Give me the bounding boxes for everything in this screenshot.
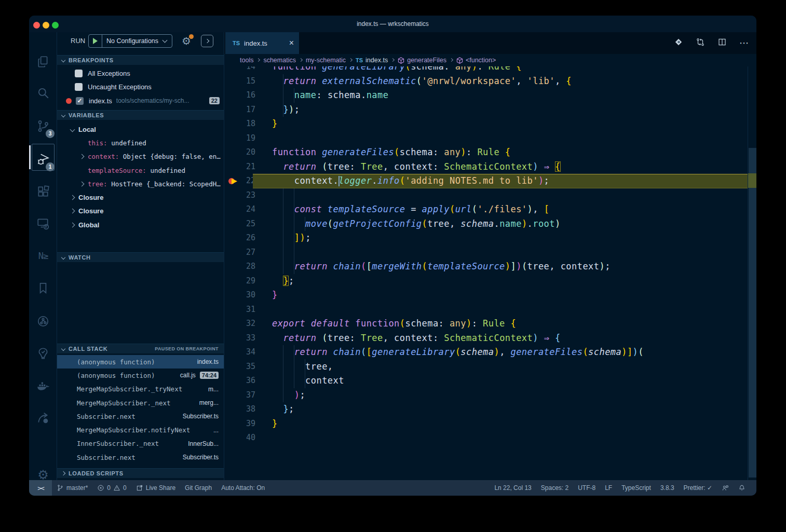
breadcrumb-item[interactable]: <function> <box>456 57 496 64</box>
status-git-graph[interactable]: Git Graph <box>180 480 216 496</box>
variable-row[interactable]: Closure <box>57 204 224 218</box>
breadcrumb-separator-icon <box>450 58 453 61</box>
compare-commits-icon[interactable] <box>696 37 705 49</box>
search-icon[interactable] <box>29 79 57 107</box>
split-editor-icon[interactable] <box>717 37 727 49</box>
breadcrumb-item[interactable]: schematics <box>263 57 296 64</box>
code-text: context.logger.info('adding NOTES.md to … <box>272 174 549 188</box>
breakpoint-checkbox[interactable] <box>75 83 83 91</box>
share-icon[interactable] <box>29 404 57 432</box>
breadcrumb-item[interactable]: generateFiles <box>398 57 446 64</box>
call-stack-row[interactable]: (anonymous function)index.ts <box>57 355 224 369</box>
start-debug-icon[interactable] <box>93 38 98 44</box>
status-auto-attach[interactable]: Auto Attach: On <box>216 480 269 496</box>
variable-row[interactable]: Global <box>57 218 224 231</box>
breakpoints-list: All ExceptionsUncaught Exceptions✓index.… <box>57 66 224 108</box>
chevron-right-icon[interactable] <box>79 154 85 159</box>
code-line: 23 <box>224 188 748 203</box>
breakpoints-section-header[interactable]: BREAKPOINTS <box>57 55 224 65</box>
variable-row[interactable]: context: Object {debug: false, en… <box>57 150 224 163</box>
status-indentation[interactable]: Spaces: 2 <box>536 480 573 496</box>
status-live-share[interactable]: Live Share <box>131 480 180 496</box>
line-number: 33 <box>224 331 255 346</box>
chevron-right-icon[interactable] <box>70 222 75 227</box>
code-text: ); <box>272 388 305 403</box>
test-explorer-icon[interactable] <box>29 339 57 367</box>
chevron-right-icon[interactable] <box>70 209 75 214</box>
line-number: 29 <box>224 274 255 289</box>
watch-section-header[interactable]: WATCH <box>57 252 224 262</box>
call-stack-row[interactable]: MergeMapSubscriber._tryNextm... <box>57 383 224 396</box>
code-line: 37 ); <box>224 388 748 403</box>
breadcrumb-separator-icon <box>349 58 353 61</box>
status-remote-indicator[interactable]: >< <box>29 480 52 496</box>
variable-row[interactable]: templateSource: undefined <box>57 163 224 177</box>
breakpoint-checkbox[interactable]: ✓ <box>76 97 84 105</box>
breakpoint-row[interactable]: ✓index.tstools/schematics/my-sch...22 <box>57 94 224 108</box>
status-bar-right: Ln 22, Col 13Spaces: 2UTF-8LFTypeScript3… <box>490 480 756 496</box>
git-history-icon[interactable] <box>29 307 57 335</box>
status-prettier[interactable]: Prettier: ✓ <box>679 480 717 496</box>
status-git-branch[interactable]: master* <box>52 480 92 496</box>
bookmarks-icon[interactable] <box>29 274 57 302</box>
code-editor[interactable]: 14function generateLibrary(schema: any):… <box>224 66 756 480</box>
status-ts-version[interactable]: 3.8.3 <box>656 480 679 496</box>
remote-explorer-icon[interactable] <box>29 210 57 238</box>
call-stack-row[interactable]: Subscriber.nextSubscriber.ts <box>57 451 224 464</box>
close-tab-icon[interactable]: × <box>289 38 294 48</box>
code-line: 22▶ context.logger.info('adding NOTES.md… <box>224 174 748 188</box>
status-problems[interactable]: 00 <box>92 480 131 496</box>
call-stack-row[interactable]: (anonymous function)call.js74:24 <box>57 369 224 382</box>
debug-console-icon[interactable] <box>201 35 213 47</box>
configure-gear-icon[interactable]: ⚙ <box>180 34 193 48</box>
breadcrumb-item[interactable]: TSindex.ts <box>356 57 388 64</box>
tab-index-ts[interactable]: TS index.ts × <box>225 32 299 54</box>
line-number: 35 <box>224 360 255 374</box>
loaded-scripts-section-header[interactable]: LOADED SCRIPTS <box>57 468 224 478</box>
docker-icon[interactable] <box>29 372 57 400</box>
call-stack-row[interactable]: Subscriber.nextSubscriber.ts <box>57 410 224 423</box>
variable-row[interactable]: tree: HostTree {_backend: ScopedH… <box>57 177 224 190</box>
variable-row[interactable]: Closure <box>57 190 224 204</box>
open-changes-icon[interactable] <box>674 37 683 49</box>
debug-config-dropdown[interactable]: No Configurations <box>88 34 172 48</box>
line-number: 24 <box>224 202 255 217</box>
more-actions-icon[interactable]: ⋯ <box>739 37 749 49</box>
status-cursor-position[interactable]: Ln 22, Col 13 <box>490 480 536 496</box>
remote-indicator-icon[interactable]: >< <box>29 480 52 496</box>
call-stack-row[interactable]: MergeMapSubscriber.notifyNext... <box>57 423 224 436</box>
variables-section-header[interactable]: VARIABLES <box>57 110 224 120</box>
call-stack-section-header[interactable]: CALL STACK PAUSED ON BREAKPOINT <box>57 344 224 353</box>
breakpoint-row[interactable]: Uncaught Exceptions <box>57 80 224 94</box>
status-feedback[interactable] <box>717 480 734 496</box>
breakpoint-row[interactable]: All Exceptions <box>57 66 224 80</box>
call-stack-row[interactable]: MergeMapSubscriber._nextmerg... <box>57 396 224 410</box>
chevron-down-icon[interactable] <box>70 127 75 132</box>
source-control-icon[interactable]: 3 <box>29 112 57 140</box>
frame-file: InnerSub... <box>188 440 219 447</box>
line-number: 27 <box>224 245 255 260</box>
call-stack-row[interactable]: InnerSubscriber._nextInnerSub... <box>57 437 224 451</box>
status-notifications[interactable] <box>734 480 750 496</box>
run-and-debug-icon[interactable]: 1 <box>29 145 57 173</box>
breadcrumb: toolsschematicsmy-schematicTSindex.tsgen… <box>224 54 756 66</box>
scrollbar-slider[interactable] <box>749 148 756 478</box>
extensions-icon[interactable] <box>29 178 57 206</box>
frame-file: call.js <box>180 372 196 379</box>
variable-row[interactable]: Local <box>57 122 224 136</box>
breadcrumb-item[interactable]: tools <box>240 57 253 64</box>
status-eol[interactable]: LF <box>600 480 617 496</box>
chevron-right-icon[interactable] <box>70 195 75 200</box>
status-language-mode[interactable]: TypeScript <box>617 480 656 496</box>
code-text: return chain([mergeWith(templateSource)]… <box>272 260 611 274</box>
status-encoding[interactable]: UTF-8 <box>573 480 600 496</box>
nx-console-icon[interactable]: N≥ <box>29 242 57 270</box>
breadcrumb-item[interactable]: my-schematic <box>306 57 346 64</box>
breakpoint-checkbox[interactable] <box>75 70 83 77</box>
variable-row[interactable]: this: undefined <box>57 136 224 149</box>
breakpoint-dot-icon <box>66 98 72 104</box>
line-number: 28 <box>224 260 255 274</box>
chevron-right-icon[interactable] <box>79 181 85 186</box>
explorer-icon[interactable] <box>29 48 57 76</box>
variable-name: tree: <box>88 180 107 188</box>
